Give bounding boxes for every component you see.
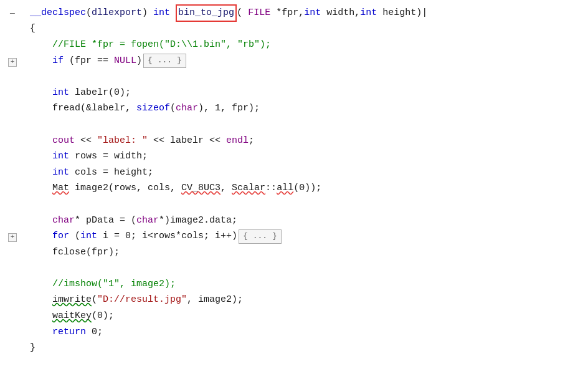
line-20: waitKey(0); (30, 308, 588, 324)
cursor (422, 6, 427, 21)
kw-char-sizeof: char (176, 101, 198, 116)
gutter-15[interactable]: + (0, 229, 25, 246)
kw-int-labelr: int (52, 85, 69, 100)
line-19: imwrite("D://result.jpg", image2); (30, 292, 588, 309)
collapsed-for-block[interactable]: { ... } (239, 229, 282, 244)
comment-fopen: //FILE *fpr = fopen("D:\\1.bin", "rb"); (52, 37, 271, 52)
kw-int-rows: int (52, 149, 69, 164)
line-16: fclose(fpr); (30, 244, 588, 261)
line-2: { (30, 21, 588, 37)
line-9: cout << "label: " << labelr << endl; (30, 133, 588, 149)
squiggle-all: all (277, 181, 293, 196)
kw-int3: int (360, 6, 377, 21)
squiggle-mat: Mat (52, 181, 69, 196)
gutter-13 (0, 198, 25, 214)
code-lines: __declspec(dllexport) int bin_to_jpg( FI… (25, 5, 588, 357)
kw-dllexport: dllexport (92, 6, 142, 21)
gutter-2 (0, 22, 25, 39)
expand-icon-15[interactable]: + (8, 233, 17, 242)
gutter-3 (0, 38, 25, 54)
kw-cout: cout (52, 133, 75, 148)
line-7: fread(&labelr, sizeof(char), 1, fpr); (30, 101, 588, 117)
line-15: for (int i = 0; i<rows*cols; i++){ ... } (30, 228, 588, 244)
gutter-4[interactable]: + (0, 54, 25, 70)
gutter-collapse-1[interactable]: — (0, 6, 25, 22)
kw-int2: int (304, 6, 321, 21)
line-3: //FILE *fpr = fopen("D:\\1.bin", "rb"); (30, 37, 588, 53)
kw-char-ptr: char (52, 213, 75, 228)
line-18: //imshow("1", image2); (30, 276, 588, 292)
line-21: return 0; (30, 324, 588, 340)
kw-char-cast: char (136, 213, 159, 228)
kw-int-cols: int (52, 165, 69, 180)
code-editor: — + + (0, 0, 588, 362)
line-12: Mat image2(rows, cols, CV_8UC3, Scalar::… (30, 181, 588, 197)
line-8 (30, 117, 588, 133)
gutter-10 (0, 150, 25, 166)
collapse-icon[interactable]: — (10, 7, 15, 21)
gutter-17 (0, 262, 25, 278)
line-22: } (30, 340, 588, 356)
fn-bin-to-jpg: bin_to_jpg (178, 7, 234, 18)
gutter-22 (0, 341, 25, 357)
kw-sizeof: sizeof (136, 101, 170, 116)
line-1: __declspec(dllexport) int bin_to_jpg( FI… (30, 5, 588, 21)
line-11: int cols = height; (30, 165, 588, 181)
gutter-8 (0, 118, 25, 134)
gutter-7 (0, 102, 25, 118)
kw-FILE: FILE (248, 6, 270, 21)
expand-icon-4[interactable]: + (8, 58, 17, 67)
gutter-5 (0, 70, 25, 86)
kw-int1: int (153, 6, 170, 21)
kw-return: return (52, 325, 86, 340)
str-result-jpg: "D://result.jpg" (97, 292, 187, 307)
kw-declspec: __declspec (30, 6, 86, 21)
gutter: — + + (0, 5, 25, 357)
squiggle-cv8uc3: CV_8UC3 (181, 181, 220, 196)
gutter-11 (0, 166, 25, 182)
gutter-20 (0, 309, 25, 325)
comment-imshow: //imshow("1", image2); (52, 277, 176, 292)
collapsed-if-block[interactable]: { ... } (143, 54, 186, 68)
line-10: int rows = width; (30, 148, 588, 165)
line-13 (30, 196, 588, 213)
kw-int-for: int (80, 229, 97, 244)
gutter-6 (0, 86, 25, 102)
gutter-16 (0, 246, 25, 262)
gutter-21 (0, 325, 25, 342)
line-14: char* pData = (char*)image2.data; (30, 213, 588, 229)
gutter-9 (0, 134, 25, 150)
gutter-19 (0, 294, 25, 310)
gutter-18 (0, 277, 25, 294)
squiggle-scalar: Scalar (232, 181, 265, 196)
squiggle-imwrite: imwrite (52, 292, 92, 307)
gutter-14 (0, 214, 25, 230)
squiggle-waitkey: waitKey (52, 309, 92, 324)
line-6: int labelr(0); (30, 85, 588, 101)
line-4: if (fpr == NULL){ ... } (30, 53, 588, 69)
kw-if: if (52, 54, 64, 69)
line-17 (30, 261, 588, 277)
kw-null: NULL (114, 54, 136, 69)
kw-for: for (52, 229, 69, 244)
gutter-12 (0, 182, 25, 198)
fn-name-highlight: bin_to_jpg (176, 4, 237, 22)
kw-endl: endl (226, 133, 249, 148)
str-label: "label: " (97, 133, 148, 148)
line-5 (30, 69, 588, 85)
